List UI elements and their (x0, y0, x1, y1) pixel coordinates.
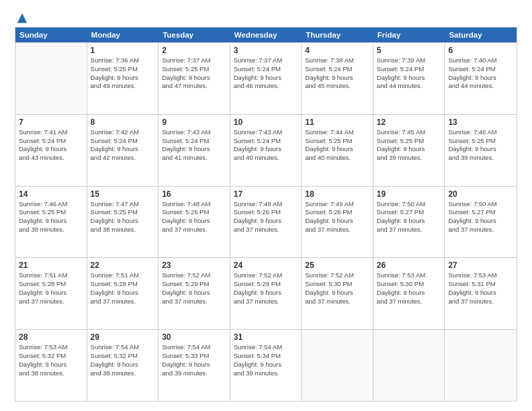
day-info: Sunrise: 7:54 AM Sunset: 5:32 PM Dayligh… (91, 343, 155, 377)
day-info: Sunrise: 7:37 AM Sunset: 5:24 PM Dayligh… (234, 56, 298, 91)
calendar-week-row: 1Sunrise: 7:36 AM Sunset: 5:25 PM Daylig… (15, 42, 517, 114)
day-info: Sunrise: 7:44 AM Sunset: 5:25 PM Dayligh… (305, 128, 369, 163)
day-info: Sunrise: 7:51 AM Sunset: 5:28 PM Dayligh… (19, 271, 83, 306)
day-info: Sunrise: 7:46 AM Sunset: 5:25 PM Dayligh… (448, 128, 513, 163)
day-number: 18 (305, 189, 369, 199)
calendar-day-cell: 22Sunrise: 7:51 AM Sunset: 5:28 PM Dayli… (87, 258, 159, 329)
day-number: 24 (234, 261, 298, 270)
calendar-day-cell: 4Sunrise: 7:38 AM Sunset: 5:24 PM Daylig… (302, 43, 373, 114)
day-info: Sunrise: 7:43 AM Sunset: 5:24 PM Dayligh… (162, 128, 226, 163)
page: SundayMondayTuesdayWednesdayThursdayFrid… (0, 0, 532, 411)
day-number: 4 (305, 46, 369, 55)
calendar-header-cell: Sunday (15, 28, 87, 42)
day-info: Sunrise: 7:41 AM Sunset: 5:24 PM Dayligh… (19, 128, 83, 163)
logo-icon (16, 12, 28, 24)
day-number: 30 (162, 332, 226, 342)
calendar-day-cell: 29Sunrise: 7:54 AM Sunset: 5:32 PM Dayli… (87, 330, 159, 401)
day-number: 15 (91, 189, 155, 199)
day-number: 7 (19, 118, 83, 127)
day-number: 11 (305, 118, 369, 127)
day-number: 28 (19, 332, 83, 342)
day-number: 31 (234, 332, 298, 342)
calendar-header-row: SundayMondayTuesdayWednesdayThursdayFrid… (15, 28, 517, 42)
calendar-day-cell: 13Sunrise: 7:46 AM Sunset: 5:25 PM Dayli… (445, 115, 517, 186)
day-number: 8 (91, 118, 155, 127)
day-info: Sunrise: 7:54 AM Sunset: 5:33 PM Dayligh… (162, 343, 226, 377)
day-info: Sunrise: 7:36 AM Sunset: 5:25 PM Dayligh… (91, 56, 155, 91)
calendar-day-cell: 14Sunrise: 7:46 AM Sunset: 5:25 PM Dayli… (15, 187, 87, 258)
day-number: 19 (377, 189, 441, 199)
calendar: SundayMondayTuesdayWednesdayThursdayFrid… (15, 27, 517, 402)
day-info: Sunrise: 7:45 AM Sunset: 5:25 PM Dayligh… (377, 128, 441, 163)
calendar-day-cell: 16Sunrise: 7:48 AM Sunset: 5:26 PM Dayli… (159, 187, 230, 258)
day-number: 2 (162, 46, 226, 55)
day-info: Sunrise: 7:52 AM Sunset: 5:29 PM Dayligh… (234, 271, 298, 306)
calendar-header-cell: Saturday (445, 28, 517, 42)
calendar-week-row: 21Sunrise: 7:51 AM Sunset: 5:28 PM Dayli… (15, 257, 517, 329)
day-number: 6 (448, 46, 513, 55)
calendar-day-cell: 18Sunrise: 7:49 AM Sunset: 5:26 PM Dayli… (302, 187, 373, 258)
calendar-day-cell: 24Sunrise: 7:52 AM Sunset: 5:29 PM Dayli… (230, 258, 302, 329)
calendar-day-cell: 31Sunrise: 7:54 AM Sunset: 5:34 PM Dayli… (230, 330, 302, 401)
day-info: Sunrise: 7:40 AM Sunset: 5:24 PM Dayligh… (448, 56, 513, 91)
calendar-day-cell: 11Sunrise: 7:44 AM Sunset: 5:25 PM Dayli… (302, 115, 373, 186)
day-info: Sunrise: 7:53 AM Sunset: 5:32 PM Dayligh… (19, 343, 83, 377)
calendar-day-cell (15, 43, 87, 114)
calendar-day-cell: 21Sunrise: 7:51 AM Sunset: 5:28 PM Dayli… (15, 258, 87, 329)
calendar-day-cell: 2Sunrise: 7:37 AM Sunset: 5:25 PM Daylig… (159, 43, 230, 114)
day-number: 13 (448, 118, 513, 127)
calendar-day-cell: 17Sunrise: 7:48 AM Sunset: 5:26 PM Dayli… (230, 187, 302, 258)
day-info: Sunrise: 7:43 AM Sunset: 5:24 PM Dayligh… (234, 128, 298, 163)
calendar-header-cell: Friday (373, 28, 445, 42)
day-number: 9 (162, 118, 226, 127)
calendar-day-cell: 27Sunrise: 7:53 AM Sunset: 5:31 PM Dayli… (445, 258, 517, 329)
calendar-header-cell: Monday (87, 28, 159, 42)
day-info: Sunrise: 7:50 AM Sunset: 5:27 PM Dayligh… (377, 200, 441, 234)
day-info: Sunrise: 7:49 AM Sunset: 5:26 PM Dayligh… (305, 200, 369, 234)
day-number: 1 (91, 46, 155, 55)
day-number: 22 (91, 261, 155, 270)
day-number: 12 (377, 118, 441, 127)
header (15, 12, 517, 21)
day-number: 29 (91, 332, 155, 342)
calendar-day-cell: 30Sunrise: 7:54 AM Sunset: 5:33 PM Dayli… (159, 330, 230, 401)
svg-marker-0 (17, 13, 27, 23)
day-info: Sunrise: 7:37 AM Sunset: 5:25 PM Dayligh… (162, 56, 226, 91)
calendar-day-cell (302, 330, 373, 401)
day-info: Sunrise: 7:51 AM Sunset: 5:28 PM Dayligh… (91, 271, 155, 306)
day-number: 17 (234, 189, 298, 199)
day-info: Sunrise: 7:39 AM Sunset: 5:24 PM Dayligh… (377, 56, 441, 91)
day-info: Sunrise: 7:53 AM Sunset: 5:31 PM Dayligh… (448, 271, 513, 306)
day-info: Sunrise: 7:47 AM Sunset: 5:25 PM Dayligh… (91, 200, 155, 234)
calendar-header-cell: Thursday (302, 28, 373, 42)
day-info: Sunrise: 7:42 AM Sunset: 5:24 PM Dayligh… (91, 128, 155, 163)
day-info: Sunrise: 7:48 AM Sunset: 5:26 PM Dayligh… (234, 200, 298, 234)
calendar-week-row: 14Sunrise: 7:46 AM Sunset: 5:25 PM Dayli… (15, 186, 517, 258)
day-number: 20 (448, 189, 513, 199)
day-number: 14 (19, 189, 83, 199)
calendar-day-cell: 6Sunrise: 7:40 AM Sunset: 5:24 PM Daylig… (445, 43, 517, 114)
calendar-body: 1Sunrise: 7:36 AM Sunset: 5:25 PM Daylig… (15, 42, 517, 401)
logo (15, 12, 28, 21)
calendar-day-cell: 19Sunrise: 7:50 AM Sunset: 5:27 PM Dayli… (373, 187, 445, 258)
calendar-day-cell: 8Sunrise: 7:42 AM Sunset: 5:24 PM Daylig… (87, 115, 159, 186)
day-info: Sunrise: 7:54 AM Sunset: 5:34 PM Dayligh… (234, 343, 298, 377)
day-number: 3 (234, 46, 298, 55)
calendar-day-cell: 1Sunrise: 7:36 AM Sunset: 5:25 PM Daylig… (87, 43, 159, 114)
day-number: 5 (377, 46, 441, 55)
calendar-day-cell: 15Sunrise: 7:47 AM Sunset: 5:25 PM Dayli… (87, 187, 159, 258)
day-info: Sunrise: 7:52 AM Sunset: 5:29 PM Dayligh… (162, 271, 226, 306)
calendar-day-cell: 12Sunrise: 7:45 AM Sunset: 5:25 PM Dayli… (373, 115, 445, 186)
day-number: 16 (162, 189, 226, 199)
day-info: Sunrise: 7:46 AM Sunset: 5:25 PM Dayligh… (19, 200, 83, 234)
calendar-week-row: 28Sunrise: 7:53 AM Sunset: 5:32 PM Dayli… (15, 329, 517, 401)
day-info: Sunrise: 7:50 AM Sunset: 5:27 PM Dayligh… (448, 200, 513, 234)
day-info: Sunrise: 7:52 AM Sunset: 5:30 PM Dayligh… (305, 271, 369, 306)
day-number: 27 (448, 261, 513, 270)
day-info: Sunrise: 7:38 AM Sunset: 5:24 PM Dayligh… (305, 56, 369, 91)
calendar-day-cell (373, 330, 445, 401)
calendar-day-cell: 28Sunrise: 7:53 AM Sunset: 5:32 PM Dayli… (15, 330, 87, 401)
calendar-day-cell: 3Sunrise: 7:37 AM Sunset: 5:24 PM Daylig… (230, 43, 302, 114)
calendar-header-cell: Tuesday (159, 28, 230, 42)
day-number: 26 (377, 261, 441, 270)
